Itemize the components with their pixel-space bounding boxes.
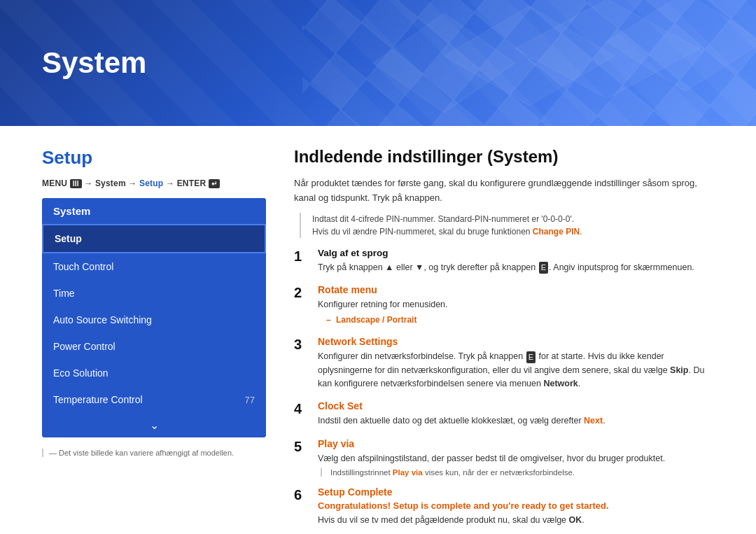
- right-panel: Indledende indstillinger (System) Når pr…: [294, 147, 714, 534]
- step2-heading: Rotate menu: [318, 284, 714, 295]
- system-menu: System Setup Touch Control Time Auto Sou…: [42, 198, 266, 437]
- menu-path: MENU III → System → Setup → ENTER ↵: [42, 178, 266, 188]
- menu-item-eco-solution[interactable]: Eco Solution: [42, 360, 266, 386]
- footnote: Det viste billede kan variere afhængigt …: [42, 449, 266, 457]
- note-pin: Indtast dit 4-cifrede PIN-nummer. Standa…: [300, 213, 714, 238]
- step5-text: Vælg den afspilningstilstand, der passer…: [318, 452, 714, 465]
- step1-text: Tryk på knappen ▲ eller ▼, og tryk deref…: [318, 261, 714, 274]
- diamond-pattern: [302, 0, 756, 126]
- scroll-down-button[interactable]: ⌄: [42, 413, 266, 437]
- step1-plain-heading: Valg af et sprog: [318, 248, 714, 258]
- step5-heading: Play via: [318, 438, 714, 449]
- left-panel: Setup MENU III → System → Setup → ENTER …: [42, 147, 266, 534]
- menu-item-touch-control[interactable]: Touch Control: [42, 253, 266, 280]
- menu-item-setup[interactable]: Setup: [42, 224, 266, 253]
- step6-heading: Setup Complete: [318, 486, 714, 498]
- menu-item-time[interactable]: Time: [42, 280, 266, 307]
- section-title: Setup: [42, 147, 266, 169]
- menu-item-power-control[interactable]: Power Control: [42, 333, 266, 360]
- step3-heading: Network Settings: [318, 336, 714, 347]
- menu-item-auto-source[interactable]: Auto Source Switching: [42, 307, 266, 333]
- menu-item-temperature[interactable]: Temperature Control 77: [42, 386, 266, 413]
- step4-heading: Clock Set: [318, 400, 714, 412]
- menu-header: System: [42, 198, 266, 224]
- article-title: Indledende indstillinger (System): [294, 147, 714, 167]
- step5-note: Indstillingstrinnet Play via vises kun, …: [321, 468, 714, 477]
- page-title: System: [42, 46, 146, 80]
- step-6: 6 Setup Complete Congratulations! Setup …: [294, 486, 714, 527]
- congratulations-text: Congratulations! Setup is complete and y…: [318, 500, 714, 511]
- header-banner: System: [0, 0, 756, 126]
- step-1: 1 Valg af et sprog Tryk på knappen ▲ ell…: [294, 248, 714, 274]
- step2-text: Konfigurer retning for menusiden.: [318, 298, 714, 311]
- step-5: 5 Play via Vælg den afspilningstilstand,…: [294, 438, 714, 477]
- intro-text: Når produktet tændes for første gang, sk…: [294, 176, 714, 206]
- step6-text: Hvis du vil se tv med det pågældende pro…: [318, 514, 714, 527]
- step-4: 4 Clock Set Indstil den aktuelle dato og…: [294, 400, 714, 428]
- step-3: 3 Network Settings Konfigurer din netvær…: [294, 336, 714, 391]
- step-2: 2 Rotate menu Konfigurer retning for men…: [294, 284, 714, 326]
- steps-list: 1 Valg af et sprog Tryk på knappen ▲ ell…: [294, 248, 714, 528]
- step3-text: Konfigurer din netværksforbindelse. Tryk…: [318, 350, 714, 391]
- step4-text: Indstil den aktuelle dato og det aktuell…: [318, 414, 714, 428]
- main-content: Setup MENU III → System → Setup → ENTER …: [0, 126, 756, 534]
- step2-sub: – Landscape / Portrait: [318, 314, 714, 326]
